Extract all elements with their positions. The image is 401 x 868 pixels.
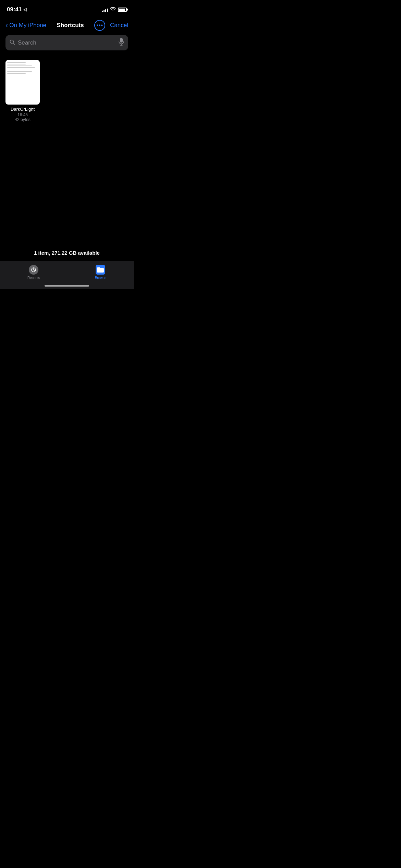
- file-grid: DarkOrLight 16:45 42 bytes: [0, 56, 134, 126]
- nav-actions: ••• Cancel: [94, 20, 128, 31]
- recents-label: Recents: [27, 276, 40, 280]
- signal-bar-1: [102, 11, 103, 12]
- battery-icon: [118, 8, 127, 12]
- browse-label: Browse: [95, 276, 106, 280]
- status-right: [102, 7, 127, 12]
- svg-rect-2: [120, 38, 123, 43]
- tab-recents[interactable]: Recents: [27, 265, 40, 280]
- file-thumbnail: [5, 60, 40, 105]
- cancel-button[interactable]: Cancel: [110, 22, 128, 29]
- home-indicator: [45, 285, 89, 287]
- signal-bar-4: [107, 9, 108, 12]
- battery-fill: [119, 9, 125, 11]
- svg-line-1: [13, 43, 15, 45]
- file-time: 16:45: [17, 112, 28, 117]
- nav-title: Shortcuts: [46, 22, 94, 29]
- tab-browse[interactable]: Browse: [95, 265, 106, 280]
- back-button[interactable]: ‹ On My iPhone: [5, 22, 46, 29]
- file-name: DarkOrLight: [11, 107, 35, 112]
- list-item[interactable]: DarkOrLight 16:45 42 bytes: [5, 60, 40, 122]
- search-bar[interactable]: Search: [5, 35, 128, 50]
- signal-bar-3: [105, 9, 106, 12]
- search-container: Search: [0, 35, 134, 56]
- browse-icon: [96, 265, 105, 275]
- status-bar: 09:41 ◁: [0, 0, 134, 17]
- location-icon: ◁: [23, 7, 26, 12]
- microphone-icon[interactable]: [119, 38, 124, 47]
- signal-bar-2: [104, 10, 105, 12]
- wifi-icon: [110, 7, 116, 12]
- text-line-4: [7, 67, 35, 68]
- text-line-5: [7, 71, 32, 72]
- nav-header: ‹ On My iPhone Shortcuts ••• Cancel: [0, 17, 134, 35]
- text-line-2: [7, 64, 26, 64]
- storage-info: 1 item, 271.22 GB available: [0, 247, 134, 258]
- back-label[interactable]: On My iPhone: [9, 22, 46, 29]
- status-time: 09:41 ◁: [7, 6, 26, 13]
- file-thumbnail-content: [5, 60, 40, 76]
- text-line-6: [7, 73, 26, 74]
- search-icon: [10, 39, 15, 46]
- recents-icon: [29, 265, 38, 275]
- time-display: 09:41: [7, 6, 22, 13]
- more-button[interactable]: •••: [94, 20, 105, 31]
- text-line-3: [7, 65, 32, 66]
- search-placeholder[interactable]: Search: [18, 39, 116, 46]
- signal-bars-icon: [102, 8, 108, 12]
- file-size: 42 bytes: [15, 117, 30, 122]
- text-line-1: [7, 62, 26, 63]
- back-chevron-icon: ‹: [5, 22, 8, 29]
